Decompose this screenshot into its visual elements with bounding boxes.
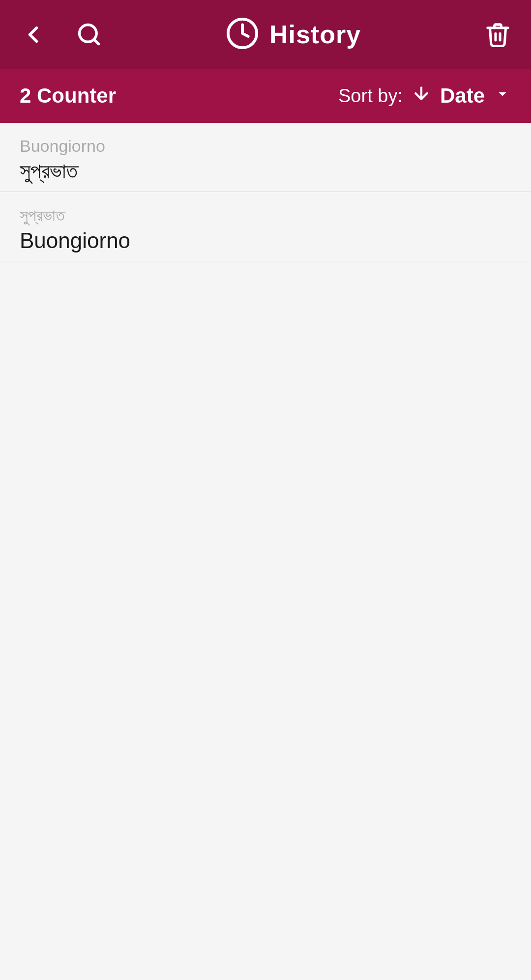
sort-value-label: Date — [440, 84, 485, 108]
history-list: Buongiorno সুপ্রভাত সুপ্রভাত Buongiorno — [0, 123, 531, 261]
sort-container[interactable]: Sort by: Date — [338, 84, 511, 108]
sort-direction-icon — [412, 84, 431, 108]
app-header: History — [0, 0, 531, 69]
back-button[interactable] — [20, 21, 47, 48]
sort-dropdown-icon[interactable] — [494, 85, 511, 107]
source-text: সুপ্রভাত — [20, 206, 511, 225]
toolbar: 2 Counter Sort by: Date — [0, 69, 531, 123]
source-text: Buongiorno — [20, 137, 511, 156]
search-button[interactable] — [76, 22, 102, 47]
translated-text: সুপ্রভাত — [20, 159, 511, 184]
sort-by-label: Sort by: — [338, 85, 403, 107]
page-title: History — [269, 20, 361, 49]
header-left-icons — [20, 21, 102, 48]
list-item[interactable]: Buongiorno সুপ্রভাত — [0, 123, 531, 192]
svg-line-1 — [94, 39, 98, 44]
translated-text: Buongiorno — [20, 228, 511, 253]
counter-label: 2 Counter — [20, 84, 116, 108]
list-item[interactable]: সুপ্রভাত Buongiorno — [0, 192, 531, 261]
delete-button[interactable] — [484, 21, 511, 48]
header-center: History — [225, 16, 361, 53]
clock-icon — [225, 16, 260, 53]
